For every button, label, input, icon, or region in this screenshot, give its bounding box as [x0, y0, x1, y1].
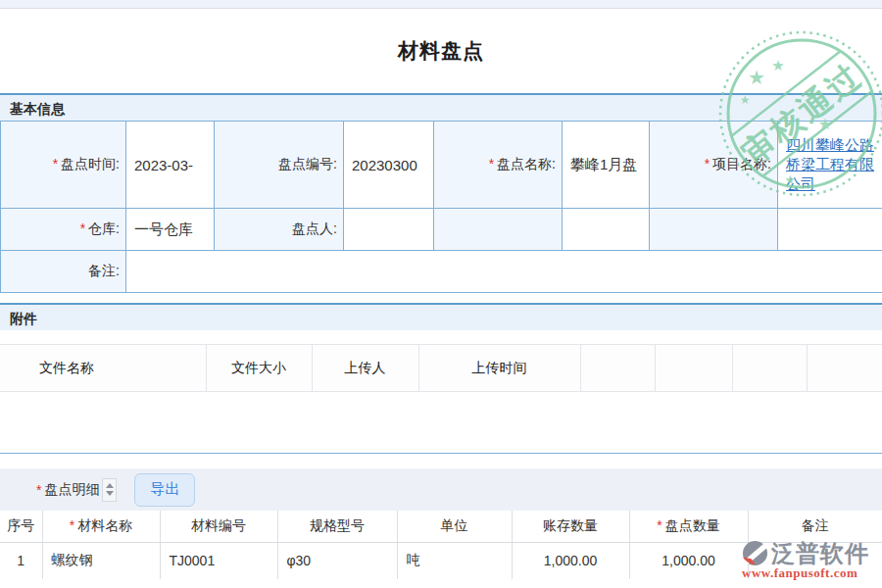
- details-table: 序号 *材料名称 材料编号 规格型号 单位 账存数量 *盘点数量 备注 1 螺纹…: [0, 511, 882, 579]
- details-col-book-qty: 账存数量: [512, 511, 629, 542]
- page-title: 材料盘点: [0, 9, 882, 93]
- cell-seq: 1: [0, 542, 42, 579]
- empty-value-cell: [778, 209, 882, 251]
- form-row-1: *盘点时间: 2023-03- 盘点编号: 20230300 *盘点名称: 攀峰…: [1, 122, 882, 209]
- details-col-spec: 规格型号: [277, 511, 397, 542]
- empty-label-cell: [434, 209, 563, 251]
- inventory-person-label: 盘点人:: [215, 209, 344, 251]
- remark-label: 备注:: [1, 251, 126, 293]
- stepper-up-icon[interactable]: [106, 483, 114, 488]
- required-marker: *: [36, 482, 41, 498]
- cell-spec: φ30: [277, 542, 397, 579]
- section-header-basic-info: 基本信息: [0, 93, 882, 121]
- form-row-2: *仓库: 一号仓库 盘点人:: [1, 209, 882, 251]
- inventory-time-label: *盘点时间:: [1, 122, 126, 209]
- basic-info-form: *盘点时间: 2023-03- 盘点编号: 20230300 *盘点名称: 攀峰…: [0, 121, 882, 293]
- section-header-attachments: 附件: [0, 303, 882, 330]
- inventory-name-value: 攀峰1月盘: [563, 122, 650, 209]
- details-col-unit: 单位: [397, 511, 512, 542]
- row-count-stepper[interactable]: [102, 478, 117, 502]
- cell-count-qty: 1,000.00: [629, 542, 748, 579]
- attachments-col-empty: [655, 345, 732, 392]
- cell-book-qty: 1,000.00: [512, 542, 629, 579]
- inventory-time-value: 2023-03-: [126, 122, 215, 209]
- project-name-link[interactable]: 四川攀峰公路桥梁工程有限公司: [786, 136, 874, 193]
- cell-material-name: 螺纹钢: [42, 542, 160, 579]
- inventory-code-value: 20230300: [344, 122, 434, 209]
- stepper-down-icon[interactable]: [106, 491, 114, 496]
- warehouse-value: 一号仓库: [126, 209, 215, 251]
- required-marker: *: [53, 156, 58, 172]
- attachments-col-empty: [807, 345, 882, 392]
- project-name-value: 四川攀峰公路桥梁工程有限公司: [778, 122, 882, 209]
- required-marker: *: [489, 156, 494, 172]
- cell-material-code: TJ0001: [160, 542, 277, 579]
- warehouse-label: *仓库:: [1, 209, 126, 251]
- form-row-3: 备注:: [1, 251, 882, 293]
- details-col-count-qty: *盘点数量: [629, 511, 748, 542]
- export-button[interactable]: 导出: [134, 473, 195, 507]
- table-row: 1 螺纹钢 TJ0001 φ30 吨 1,000.00 1,000.00: [0, 542, 882, 579]
- details-section-label: 盘点明细: [44, 481, 99, 499]
- attachments-table: 文件名称 文件大小 上传人 上传时间: [0, 344, 882, 392]
- empty-label-cell: [650, 209, 778, 251]
- project-name-label: *项目名称:: [650, 122, 778, 209]
- attachments-col-file-name: 文件名称: [0, 345, 206, 392]
- remark-value: [126, 251, 882, 293]
- top-bar: [0, 0, 882, 9]
- inventory-person-value: [344, 209, 434, 251]
- attachments-col-empty: [580, 345, 655, 392]
- empty-value-cell: [563, 209, 650, 251]
- attachments-col-file-size: 文件大小: [206, 345, 312, 392]
- required-marker: *: [657, 517, 662, 533]
- inventory-code-label: 盘点编号:: [215, 122, 344, 209]
- details-col-material-code: 材料编号: [160, 511, 277, 542]
- required-marker: *: [70, 517, 74, 533]
- cell-unit: 吨: [397, 542, 512, 579]
- attachments-header-row: 文件名称 文件大小 上传人 上传时间: [0, 345, 882, 392]
- attachments-col-empty: [732, 345, 807, 392]
- details-col-material-name: *材料名称: [42, 511, 160, 542]
- required-marker: *: [80, 220, 85, 236]
- details-toolbar: * 盘点明细 导出: [0, 468, 882, 511]
- attachments-col-upload-time: 上传时间: [418, 345, 580, 392]
- details-col-remark: 备注: [748, 511, 882, 542]
- inventory-name-label: *盘点名称:: [434, 122, 563, 209]
- cell-remark: [748, 542, 882, 579]
- details-col-seq: 序号: [0, 511, 42, 542]
- required-marker: *: [705, 156, 710, 172]
- attachments-col-uploader: 上传人: [312, 345, 418, 392]
- details-header-row: 序号 *材料名称 材料编号 规格型号 单位 账存数量 *盘点数量 备注: [0, 511, 882, 542]
